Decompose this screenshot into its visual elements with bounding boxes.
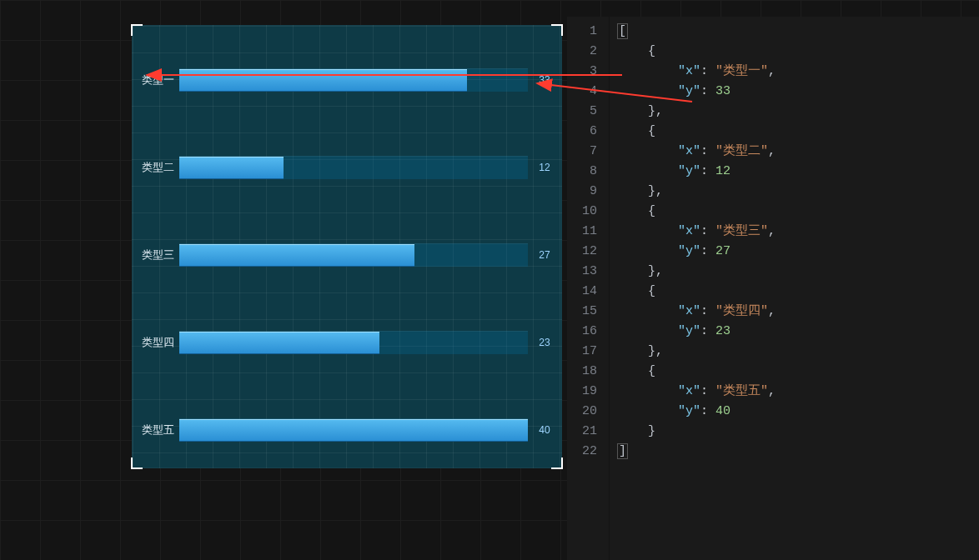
code-line[interactable]: }, [618, 262, 776, 282]
bar-row: 类型五40 [133, 418, 561, 442]
line-number: 1 [582, 22, 597, 42]
line-number: 11 [582, 222, 597, 242]
bars-area: 类型一33类型二12类型三27类型四23类型五40 [133, 68, 561, 442]
line-number: 13 [582, 262, 597, 282]
code-line[interactable]: { [618, 282, 776, 302]
selection-corner [551, 24, 563, 36]
line-number: 19 [582, 382, 597, 402]
code-line[interactable]: { [618, 202, 776, 222]
line-number: 6 [582, 122, 597, 142]
line-number: 10 [582, 202, 597, 222]
bar-label: 类型三 [133, 248, 174, 262]
line-number: 15 [582, 302, 597, 322]
line-number: 14 [582, 282, 597, 302]
line-number: 8 [582, 162, 597, 182]
code-line[interactable]: } [618, 422, 776, 442]
bar-value: 27 [528, 249, 561, 261]
line-number: 9 [582, 182, 597, 202]
line-number: 17 [582, 342, 597, 362]
bar-label: 类型四 [133, 335, 174, 350]
code-line[interactable]: "x": "类型五", [618, 382, 776, 402]
bar-track [179, 331, 528, 354]
code-line[interactable]: "y": 40 [618, 402, 776, 422]
selection-corner [131, 24, 143, 36]
bar-label: 类型一 [133, 72, 174, 88]
bar-track [179, 243, 528, 267]
code-line[interactable]: }, [618, 182, 776, 202]
bar-value: 40 [528, 424, 561, 436]
selection-corner [551, 458, 563, 469]
selection-corner [131, 458, 143, 469]
line-number: 3 [582, 62, 597, 82]
bar-row: 类型一33 [133, 68, 561, 92]
code-line[interactable]: "x": "类型四", [618, 302, 776, 322]
code-line[interactable]: }, [618, 102, 776, 122]
bar-fill [179, 157, 284, 179]
bar-chart-widget[interactable]: 类型一33类型二12类型三27类型四23类型五40 [132, 25, 562, 468]
line-number: 4 [582, 82, 597, 102]
bar-label: 类型二 [133, 160, 174, 175]
code-line[interactable]: { [618, 362, 776, 382]
code-line[interactable]: "y": 27 [618, 242, 776, 262]
code-line[interactable]: "x": "类型二", [618, 142, 776, 162]
line-number: 18 [582, 362, 597, 382]
bar-value: 33 [528, 74, 561, 86]
bar-track [179, 418, 528, 442]
code-line[interactable]: "y": 12 [618, 162, 776, 182]
line-number: 5 [582, 102, 597, 122]
bar-fill [179, 419, 528, 442]
line-number: 7 [582, 142, 597, 162]
code-line[interactable]: [ [618, 22, 776, 42]
bar-label: 类型五 [133, 422, 174, 438]
line-number: 16 [582, 322, 597, 342]
code-line[interactable]: "y": 23 [618, 322, 776, 342]
bar-row: 类型三27 [133, 242, 561, 268]
editor-gutter: 12345678910111213141516171819202122 [567, 17, 610, 560]
bar-row: 类型二12 [133, 155, 561, 180]
line-number: 20 [582, 402, 597, 422]
bar-fill [179, 332, 379, 354]
code-line[interactable]: { [618, 42, 776, 62]
bar-track [179, 68, 528, 92]
bar-row: 类型四23 [133, 330, 561, 355]
code-line[interactable]: ] [618, 442, 776, 462]
line-number: 21 [582, 422, 597, 442]
code-line[interactable]: "x": "类型一", [618, 62, 776, 82]
code-line[interactable]: }, [618, 342, 776, 362]
bar-value: 12 [528, 162, 561, 173]
code-line[interactable]: { [618, 122, 776, 142]
line-number: 22 [582, 442, 597, 462]
line-number: 2 [582, 42, 597, 62]
bar-track [179, 156, 528, 179]
editor-code[interactable]: [ { "x": "类型一", "y": 33 }, { "x": "类型二",… [610, 17, 776, 560]
code-line[interactable]: "y": 33 [618, 82, 776, 102]
bar-value: 23 [528, 337, 561, 348]
bar-fill [179, 69, 467, 92]
json-data-editor[interactable]: 12345678910111213141516171819202122 [ { … [567, 17, 979, 560]
bar-fill [179, 244, 414, 267]
line-number: 12 [582, 242, 597, 262]
code-line[interactable]: "x": "类型三", [618, 222, 776, 242]
